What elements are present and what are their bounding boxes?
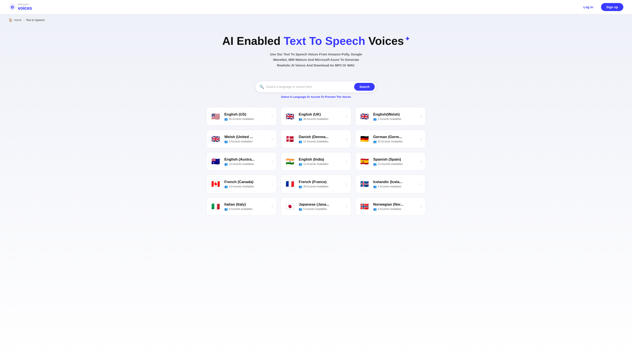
lang-name: English(Welsh) bbox=[373, 112, 401, 117]
accents-icon: 👥 bbox=[224, 140, 228, 143]
lang-chevron-icon: › bbox=[420, 182, 422, 186]
accents-icon: 👥 bbox=[224, 185, 228, 188]
lang-info: Icelandic (Icela... 👥 5 Accents Availabl… bbox=[373, 180, 402, 188]
lang-accents: 👥 8 Accents Availables bbox=[224, 208, 253, 211]
lang-chevron-icon: › bbox=[346, 182, 347, 186]
lang-name: Italian (Italy) bbox=[224, 202, 253, 207]
lang-info: French (Canada) 👥 14 Accents Availables bbox=[224, 180, 254, 188]
lang-accents: 👥 12 Accents Availables bbox=[299, 140, 329, 143]
lang-accents: 👥 1 Accents Availables bbox=[373, 118, 401, 121]
lang-name: Norwegian (Nor... bbox=[373, 202, 403, 207]
lang-card[interactable]: 🇦🇺 English (Austra... 👥 14 Accents Avail… bbox=[206, 152, 277, 171]
lang-chevron-icon: › bbox=[272, 137, 273, 141]
lang-flag: 🇬🇧 bbox=[359, 111, 370, 122]
lang-name: French (Canada) bbox=[224, 180, 254, 184]
accents-icon: 👥 bbox=[373, 118, 377, 121]
accents-icon: 👥 bbox=[299, 208, 302, 211]
lang-card[interactable]: 🇮🇸 Icelandic (Icela... 👥 5 Accents Avail… bbox=[355, 175, 426, 193]
language-grid: 🇺🇸 English (US) 👥 50 Accents Availables … bbox=[201, 107, 431, 229]
lang-chevron-icon: › bbox=[346, 137, 347, 141]
lang-chevron-icon: › bbox=[420, 204, 422, 208]
lang-name: Welsh (United ... bbox=[224, 135, 253, 139]
lang-card-left: 🇦🇺 English (Austra... 👥 14 Accents Avail… bbox=[210, 156, 255, 167]
lang-name: English (India) bbox=[299, 157, 328, 162]
lang-card[interactable]: 🇩🇰 Danish (Denma... 👥 12 Accents Availab… bbox=[281, 130, 351, 148]
lang-card-left: 🇮🇸 Icelandic (Icela... 👥 5 Accents Avail… bbox=[359, 178, 402, 190]
lang-card[interactable]: 🇬🇧 English(Welsh) 👥 1 Accents Availables… bbox=[355, 107, 426, 126]
lang-card[interactable]: 🇳🇴 Norwegian (Nor... 👥 4 Accents Availab… bbox=[355, 197, 426, 216]
lang-card[interactable]: 🇯🇵 Japanese (Jana... 👥 6 Accents Availab… bbox=[281, 197, 351, 216]
lang-card[interactable]: 🇪🇸 Spanish (Spain) 👥 13 Accents Availabl… bbox=[355, 152, 426, 171]
lang-card[interactable]: 🇬🇧 Welsh (United ... 👥 3 Accents Availab… bbox=[206, 130, 277, 148]
lang-card-left: 🇬🇧 Welsh (United ... 👥 3 Accents Availab… bbox=[210, 133, 253, 144]
lang-card[interactable]: 🇨🇦 French (Canada) 👥 14 Accents Availabl… bbox=[206, 175, 277, 193]
lang-flag: 🇪🇸 bbox=[359, 156, 370, 167]
lang-flag: 🇩🇰 bbox=[284, 133, 296, 144]
lang-card[interactable]: 🇬🇧 English (UK) 👥 30 Accents Availables … bbox=[281, 107, 351, 126]
breadcrumb: 🏠 Home › Text to Speech bbox=[0, 14, 632, 22]
lang-info: Japanese (Jana... 👥 6 Accents Availables bbox=[299, 202, 329, 211]
lang-name: Danish (Denma... bbox=[299, 135, 329, 139]
lang-card-left: 🇫🇷 French (France) 👥 26 Accents Availabl… bbox=[284, 178, 328, 190]
logo[interactable]: listnr.tech's voices bbox=[9, 3, 32, 11]
hero-title-before: AI Enabled bbox=[222, 35, 284, 47]
hero-subtitle: Use Our Text To Speech Voices From Amazo… bbox=[4, 52, 628, 68]
lang-card[interactable]: 🇩🇪 German (Germ... 👥 32 Accents Availabl… bbox=[355, 130, 426, 148]
lang-info: Danish (Denma... 👥 12 Accents Availables bbox=[299, 135, 329, 143]
breadcrumb-home[interactable]: Home bbox=[14, 18, 22, 22]
lang-card[interactable]: 🇮🇳 English (India) 👥 12 Accents Availabl… bbox=[281, 152, 351, 171]
search-button[interactable]: Search bbox=[354, 83, 375, 91]
lang-chevron-icon: › bbox=[272, 182, 273, 186]
lang-info: English (US) 👥 50 Accents Availables bbox=[224, 112, 254, 121]
accents-icon: 👥 bbox=[373, 162, 377, 166]
lang-flag: 🇯🇵 bbox=[284, 201, 296, 212]
accents-icon: 👥 bbox=[224, 118, 228, 121]
accents-icon: 👥 bbox=[299, 185, 302, 188]
lang-card-left: 🇮🇳 English (India) 👥 12 Accents Availabl… bbox=[284, 156, 328, 167]
login-button[interactable]: Log in bbox=[580, 4, 597, 10]
search-input[interactable] bbox=[266, 85, 354, 88]
lang-accents: 👥 32 Accents Availables bbox=[373, 140, 403, 143]
ai-star-icon: ✦ bbox=[405, 36, 410, 42]
home-icon: 🏠 bbox=[9, 18, 12, 22]
lang-chevron-icon: › bbox=[420, 114, 422, 118]
accents-icon: 👥 bbox=[224, 162, 228, 166]
lang-accents: 👥 5 Accents Availables bbox=[373, 185, 402, 188]
lang-flag: 🇬🇧 bbox=[210, 133, 221, 144]
breadcrumb-separator: › bbox=[24, 18, 24, 22]
lang-accents: 👥 14 Accents Availables bbox=[224, 162, 255, 166]
lang-card[interactable]: 🇺🇸 English (US) 👥 50 Accents Availables … bbox=[206, 107, 277, 126]
header-nav: Log in Sign up bbox=[580, 3, 623, 11]
lang-card[interactable]: 🇫🇷 French (France) 👥 26 Accents Availabl… bbox=[281, 175, 351, 193]
lang-card[interactable]: 🇮🇹 Italian (Italy) 👥 8 Accents Available… bbox=[206, 197, 277, 216]
signup-button[interactable]: Sign up bbox=[601, 3, 623, 11]
hero-title-highlight: Text To Speech bbox=[284, 35, 365, 47]
lang-flag: 🇳🇴 bbox=[359, 201, 370, 212]
lang-accents: 👥 14 Accents Availables bbox=[224, 185, 254, 188]
hero-title-after: Voices bbox=[365, 35, 404, 47]
lang-chevron-icon: › bbox=[346, 160, 347, 164]
lang-name: English (Austra... bbox=[224, 157, 255, 162]
accents-icon: 👥 bbox=[299, 118, 302, 121]
lang-card-left: 🇬🇧 English (UK) 👥 30 Accents Availables bbox=[284, 111, 328, 122]
lang-accents: 👥 13 Accents Availables bbox=[373, 162, 403, 166]
lang-name: English (US) bbox=[224, 112, 254, 117]
lang-flag: 🇬🇧 bbox=[284, 111, 296, 122]
lang-name: Icelandic (Icela... bbox=[373, 180, 402, 184]
lang-chevron-icon: › bbox=[272, 114, 273, 118]
svg-point-2 bbox=[12, 6, 13, 8]
lang-info: Norwegian (Nor... 👥 4 Accents Availables bbox=[373, 202, 403, 211]
lang-accents: 👥 3 Accents Availables bbox=[224, 140, 253, 143]
lang-flag: 🇩🇪 bbox=[359, 133, 370, 144]
lang-accents: 👥 6 Accents Availables bbox=[299, 208, 329, 211]
lang-info: Italian (Italy) 👥 8 Accents Availables bbox=[224, 202, 253, 211]
lang-info: Spanish (Spain) 👥 13 Accents Availables bbox=[373, 157, 403, 166]
lang-card-left: 🇬🇧 English(Welsh) 👥 1 Accents Availables bbox=[359, 111, 401, 122]
lang-flag: 🇦🇺 bbox=[210, 156, 221, 167]
hero-section: AI Enabled Text To Speech Voices✦ Use Ou… bbox=[0, 22, 632, 74]
accents-icon: 👥 bbox=[224, 208, 228, 211]
lang-chevron-icon: › bbox=[346, 114, 347, 118]
lang-card-left: 🇩🇪 German (Germ... 👥 32 Accents Availabl… bbox=[359, 133, 403, 144]
lang-card-left: 🇮🇹 Italian (Italy) 👥 8 Accents Available… bbox=[210, 201, 253, 212]
lang-card-left: 🇪🇸 Spanish (Spain) 👥 13 Accents Availabl… bbox=[359, 156, 403, 167]
